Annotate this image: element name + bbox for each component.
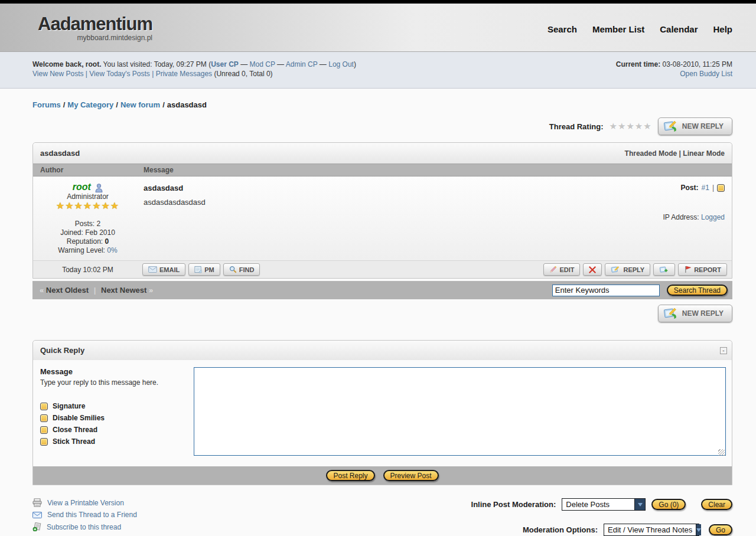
private-messages-link[interactable]: Private Messages xyxy=(156,70,212,78)
main-content: Forums/My Category/New forum/asdasdasd T… xyxy=(0,100,756,536)
welcome-left: Welcome back, root. You last visited: To… xyxy=(32,60,356,79)
reply-icon xyxy=(611,266,621,274)
separator: | xyxy=(152,70,154,78)
welcome-greeting: Welcome back, root. xyxy=(32,60,101,68)
search-thread-button[interactable]: Search Thread xyxy=(667,285,728,296)
moderation-options-select[interactable]: Edit / View Thread Notes xyxy=(604,524,699,536)
author-joined: Joined: Feb 2010 xyxy=(33,228,142,237)
user-cp-link[interactable]: User CP xyxy=(211,60,239,68)
mail-icon xyxy=(32,512,42,518)
log-out-link[interactable]: Log Out xyxy=(328,60,354,68)
pm-button[interactable]: PM xyxy=(188,263,220,276)
author-username-link[interactable]: root xyxy=(73,182,91,192)
ip-logged-link[interactable]: Logged xyxy=(701,213,725,221)
view-new-posts-link[interactable]: View New Posts xyxy=(32,70,83,78)
option-disable-smilies[interactable]: Disable Smilies xyxy=(40,414,188,422)
prev-arrow: « xyxy=(40,286,44,295)
threaded-mode-link[interactable]: Threaded Mode xyxy=(625,149,677,158)
thread-title: asdasdasd xyxy=(40,149,80,158)
breadcrumb-forum[interactable]: New forum xyxy=(120,100,160,109)
separator: / xyxy=(162,100,165,109)
quick-reply-footer: Post Reply Preview Post xyxy=(33,466,732,485)
thread-search-input[interactable] xyxy=(552,285,660,296)
post-number-link[interactable]: #1 xyxy=(702,184,709,192)
option-close-thread[interactable]: Close Thread xyxy=(40,426,188,434)
post-reply-button[interactable]: Post Reply xyxy=(326,470,374,481)
breadcrumb-category[interactable]: My Category xyxy=(67,100,113,109)
inline-moderation-go-button[interactable]: Go (0) xyxy=(651,499,686,510)
post-timestamp: Today 10:02 PM xyxy=(33,266,142,274)
next-newest-link[interactable]: Next Newest xyxy=(101,286,146,295)
post-subject: asdasdasd xyxy=(144,184,595,192)
post-footer: Today 10:02 PM EMAIL PM FIND EDI xyxy=(33,260,732,278)
find-button[interactable]: FIND xyxy=(223,263,260,276)
post-select-checkbox[interactable] xyxy=(717,184,725,192)
option-stick-thread[interactable]: Stick Thread xyxy=(40,437,188,446)
subscribe-link[interactable]: Subscribe to this thread xyxy=(47,523,121,531)
stick-thread-checkbox[interactable] xyxy=(40,438,48,446)
warning-level-link[interactable]: 0% xyxy=(107,246,117,254)
new-reply-icon xyxy=(663,307,679,320)
post-footer-left-buttons: EMAIL PM FIND xyxy=(142,263,260,276)
post-meta: Post: #1 | xyxy=(595,184,725,192)
report-button[interactable]: REPORT xyxy=(678,263,727,276)
site-subtitle: mybboard.mintdesign.pl xyxy=(38,34,152,42)
last-visited-text: You last visited: Today, 09:27 PM ( xyxy=(103,60,211,68)
open-buddy-list-link[interactable]: Open Buddy List xyxy=(680,70,732,78)
nav-search[interactable]: Search xyxy=(548,24,577,34)
email-button[interactable]: EMAIL xyxy=(142,263,185,276)
linear-mode-link[interactable]: Linear Mode xyxy=(683,149,725,158)
signature-checkbox[interactable] xyxy=(40,403,48,410)
subscribe-icon xyxy=(32,522,41,531)
reputation-value-link[interactable]: 0 xyxy=(105,237,109,246)
reply-options: Signature Disable Smilies Close Thread S… xyxy=(40,402,188,446)
site-logo[interactable]: Aadamentium xyxy=(38,14,152,35)
delete-x-icon xyxy=(589,266,596,273)
collapse-button[interactable]: - xyxy=(720,347,727,354)
edit-button[interactable]: EDIT xyxy=(543,263,580,276)
thread-search-box: Search Thread xyxy=(552,285,728,296)
printable-version-row: View a Printable Version xyxy=(32,498,137,507)
option-signature[interactable]: Signature xyxy=(40,402,188,410)
email-icon xyxy=(148,266,157,273)
preview-post-button[interactable]: Preview Post xyxy=(383,470,439,481)
admin-cp-link[interactable]: Admin CP xyxy=(286,60,318,68)
author-warning-level: Warning Level: 0% xyxy=(33,246,142,255)
disable-smilies-checkbox[interactable] xyxy=(40,414,48,422)
new-reply-button-bottom[interactable]: NEW REPLY xyxy=(658,305,732,322)
quick-reply-panel: Quick Reply - Message Type your reply to… xyxy=(32,340,732,485)
next-oldest-link[interactable]: Next Oldest xyxy=(46,286,89,295)
welcome-bar: Welcome back, root. You last visited: To… xyxy=(0,52,756,89)
nav-member-list[interactable]: Member List xyxy=(592,24,644,34)
inline-moderation-select[interactable]: Delete Posts xyxy=(562,498,646,511)
nav-calendar[interactable]: Calendar xyxy=(660,24,698,34)
quote-button[interactable] xyxy=(653,263,675,276)
reply-button[interactable]: REPLY xyxy=(605,263,650,276)
textarea-resize-grip[interactable] xyxy=(718,449,725,456)
author-stats: Posts: 2 Joined: Feb 2010 Reputation: 0 … xyxy=(33,220,142,255)
mod-cp-link[interactable]: Mod CP xyxy=(250,60,275,68)
nav-help[interactable]: Help xyxy=(713,24,732,34)
reply-message-textarea[interactable] xyxy=(194,367,726,456)
moderation-options-label: Moderation Options: xyxy=(523,525,598,534)
pm-summary: (Unread 0, Total 0) xyxy=(214,70,272,78)
view-todays-posts-link[interactable]: View Today's Posts xyxy=(89,70,150,78)
breadcrumb-forums[interactable]: Forums xyxy=(32,100,61,109)
separator: / xyxy=(116,100,118,109)
printable-version-link[interactable]: View a Printable Version xyxy=(47,499,124,507)
pm-icon xyxy=(194,266,202,273)
delete-post-button[interactable] xyxy=(583,263,602,276)
logo-block[interactable]: Aadamentium mybboard.mintdesign.pl xyxy=(38,14,152,42)
thread-rating-stars[interactable]: ★★★★★ xyxy=(609,121,651,132)
breadcrumb-current: asdasdasd xyxy=(167,100,207,109)
send-to-friend-link[interactable]: Send this Thread to a Friend xyxy=(47,511,137,519)
thread-tools-links: View a Printable Version Send this Threa… xyxy=(32,498,137,536)
ip-address-row: IP Address: Logged xyxy=(595,213,725,221)
inline-moderation-clear-button[interactable]: Clear xyxy=(701,499,732,510)
thread-nav-bar: « Next Oldest | Next Newest » Search Thr… xyxy=(32,281,732,299)
close-thread-checkbox[interactable] xyxy=(40,426,48,434)
post-body: asdasdasdasdasd xyxy=(144,198,595,207)
new-reply-button[interactable]: NEW REPLY xyxy=(658,117,732,135)
separator: — xyxy=(320,60,327,68)
moderation-options-go-button[interactable]: Go xyxy=(709,524,732,535)
